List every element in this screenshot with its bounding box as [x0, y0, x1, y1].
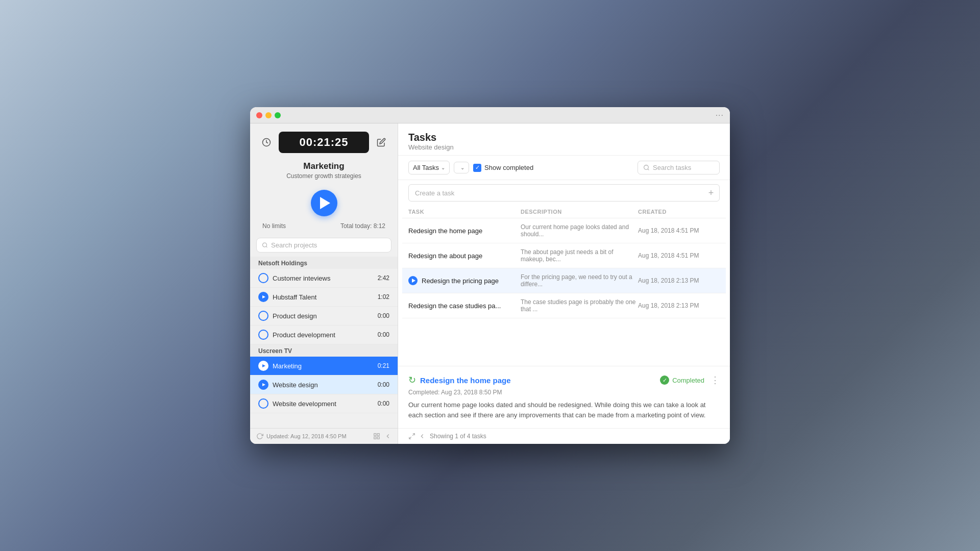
- svg-rect-3: [374, 434, 376, 436]
- task-cell-name: Redesign the about page: [408, 252, 521, 260]
- sidebar-project-name: Marketing: [258, 161, 389, 171]
- sidebar-header: 00:21:25: [250, 123, 398, 157]
- main-title: Tasks: [408, 132, 720, 143]
- collapse-left-icon[interactable]: [419, 433, 426, 440]
- task-cell-name: Redesign the case studies pa...: [408, 302, 521, 310]
- sidebar-item-time: 1:02: [378, 293, 389, 300]
- tasks-table-header: TASK DESCRIPTION CREATED: [402, 206, 726, 218]
- timer-display: 00:21:25: [279, 132, 369, 153]
- timer-icon-button[interactable]: [258, 134, 275, 151]
- detail-refresh-icon: ↻: [408, 374, 416, 386]
- expand-icon[interactable]: [408, 433, 415, 440]
- sidebar-item-time: 0:00: [378, 331, 389, 338]
- task-cell-created: Aug 18, 2018 4:51 PM: [638, 227, 720, 234]
- sidebar-item-time: 0:00: [378, 381, 389, 388]
- search-projects-input[interactable]: [271, 241, 386, 249]
- tasks-table: TASK DESCRIPTION CREATED Redesign the ho…: [398, 206, 730, 366]
- sidebar-footer-icons: [373, 433, 391, 440]
- mini-play-icon: [412, 279, 415, 283]
- detail-header: ↻ Redesign the home page ✓ Completed ⋮: [408, 374, 720, 386]
- detail-status-text: Completed: [672, 377, 704, 384]
- play-btn-large: [250, 190, 398, 216]
- main-bottom-bar: Showing 1 of 4 tasks: [398, 428, 730, 444]
- col-header-created: CREATED: [638, 209, 720, 215]
- svg-rect-6: [374, 437, 376, 439]
- minimize-button[interactable]: [265, 112, 272, 118]
- sidebar-item-label: Hubstaff Talent: [273, 293, 316, 301]
- sidebar-item-time: 0:21: [378, 362, 389, 369]
- settings-icon[interactable]: [373, 433, 380, 440]
- search-tasks-input[interactable]: [653, 164, 714, 171]
- table-row[interactable]: Redesign the case studies pa... The case…: [402, 293, 726, 318]
- detail-panel: ↻ Redesign the home page ✓ Completed ⋮ C…: [398, 366, 730, 428]
- show-completed-checkbox[interactable]: ✓: [473, 164, 481, 172]
- sidebar-item-time: 0:00: [378, 312, 389, 319]
- create-task-button[interactable]: +: [703, 185, 719, 201]
- edit-icon-button[interactable]: [373, 134, 389, 151]
- sidebar-item-website-dev[interactable]: Website development 0:00: [250, 394, 398, 413]
- item-dot-website-dev: [258, 398, 268, 409]
- sidebar-item-hubstaff-talent[interactable]: Hubstaff Talent 1:02: [250, 288, 398, 307]
- sidebar-list: Netsoft Holdings Customer inteviews 2:42…: [250, 257, 398, 428]
- play-circle-button[interactable]: [311, 190, 337, 216]
- svg-rect-5: [377, 437, 379, 439]
- task-play-icon: [408, 276, 418, 285]
- sidebar-item-product-design[interactable]: Product design 0:00: [250, 307, 398, 325]
- no-limits-label: No limits: [262, 222, 286, 230]
- svg-point-7: [644, 165, 649, 170]
- play-icon: [320, 197, 330, 209]
- create-task-bar: +: [408, 184, 720, 202]
- item-dot-product-dev: [258, 330, 268, 340]
- sidebar-item-time: 0:00: [378, 400, 389, 407]
- sidebar-item-website-design[interactable]: Website design 0:00: [250, 375, 398, 394]
- sidebar-item-label: Website development: [273, 400, 336, 408]
- main-subtitle: Website design: [408, 143, 720, 151]
- main-panel: Tasks Website design All Tasks ⌄ ⌄ ✓ Sho…: [398, 123, 730, 444]
- item-dot-hubstaff: [258, 292, 268, 302]
- title-bar-menu-icon[interactable]: ···: [716, 111, 724, 120]
- collapse-icon[interactable]: [384, 433, 391, 440]
- total-today-label: Total today: 8:12: [340, 222, 385, 230]
- sidebar-updated-text: Updated: Aug 12, 2018 4:50 PM: [266, 433, 347, 439]
- sidebar-item-customer-interviews[interactable]: Customer inteviews 2:42: [250, 269, 398, 288]
- sidebar-item-label: Website design: [273, 381, 318, 389]
- detail-description: Our current home page looks dated and sh…: [408, 400, 720, 420]
- sidebar: 00:21:25 Marketing Customer growth strat…: [250, 123, 398, 444]
- bottom-bar-icons: [408, 433, 426, 440]
- task-cell-name: Redesign the pricing page: [408, 276, 521, 285]
- showing-tasks-text: Showing 1 of 4 tasks: [430, 433, 486, 440]
- search-projects-container: [256, 238, 391, 253]
- chevron-down-icon: ⌄: [441, 165, 445, 170]
- sidebar-project-sub: Customer growth strategies: [258, 172, 389, 180]
- detail-status: ✓ Completed: [660, 375, 704, 385]
- sidebar-item-label: Customer inteviews: [273, 274, 330, 282]
- detail-more-button[interactable]: ⋮: [710, 374, 720, 386]
- sidebar-item-product-dev[interactable]: Product development 0:00: [250, 325, 398, 344]
- main-toolbar: All Tasks ⌄ ⌄ ✓ Show completed: [398, 156, 730, 180]
- svg-line-2: [266, 246, 267, 247]
- table-row[interactable]: Redesign the home page Our current home …: [402, 218, 726, 243]
- table-row[interactable]: Redesign the pricing page For the pricin…: [402, 268, 726, 293]
- maximize-button[interactable]: [275, 112, 281, 118]
- svg-rect-4: [377, 434, 379, 436]
- app-window: ··· 00:21:25 Marketing Custo: [250, 107, 730, 444]
- sidebar-stats: No limits Total today: 8:12: [250, 220, 398, 236]
- search-tasks-icon: [643, 164, 650, 171]
- sidebar-item-marketing[interactable]: Marketing 0:21: [250, 357, 398, 375]
- sort-dropdown[interactable]: ⌄: [454, 162, 469, 173]
- show-completed-label[interactable]: ✓ Show completed: [473, 164, 533, 172]
- traffic-lights: [256, 112, 281, 118]
- title-bar: ···: [250, 107, 730, 123]
- create-task-input[interactable]: [409, 185, 703, 201]
- item-dot-product-design: [258, 311, 268, 321]
- close-button[interactable]: [256, 112, 262, 118]
- sidebar-item-label: Product development: [273, 331, 335, 339]
- table-row[interactable]: Redesign the about page The about page j…: [402, 243, 726, 268]
- task-cell-desc: For the pricing page, we need to try out…: [521, 273, 638, 288]
- task-cell-desc: Our current home page looks dated and sh…: [521, 223, 638, 238]
- task-cell-desc: The about page just needs a bit of makeu…: [521, 248, 638, 263]
- item-dot-marketing: [258, 361, 268, 371]
- task-cell-created: Aug 18, 2018 4:51 PM: [638, 252, 720, 259]
- svg-line-10: [409, 437, 411, 439]
- filter-dropdown[interactable]: All Tasks ⌄: [408, 161, 450, 174]
